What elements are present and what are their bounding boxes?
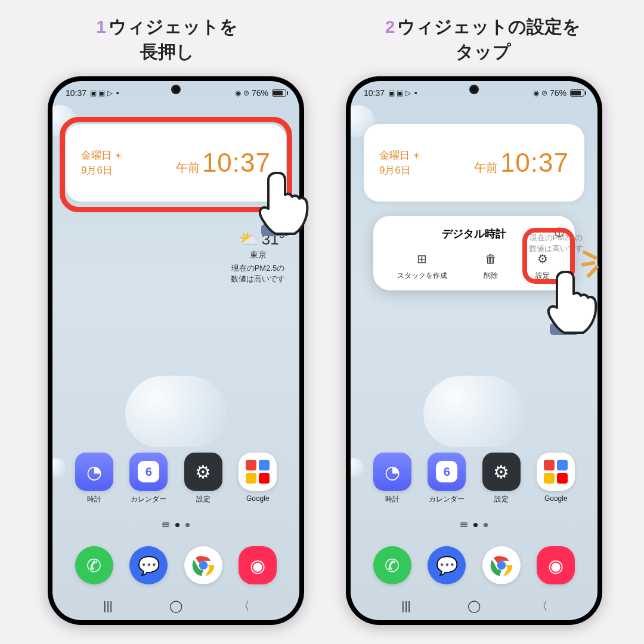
- weather-widget[interactable]: ⛅ 31° 東京 現在のPM2.5の 数値は高いです: [231, 230, 285, 284]
- phone-frame-1: 10:37 ▣ ▣ ▷• ◉ ⊘ 76% 金曜日 ☀ 9月6日 午前 10:37: [48, 76, 304, 625]
- chat-icon: 💬: [428, 546, 466, 584]
- sun-icon: ☀: [114, 151, 122, 160]
- camera-app[interactable]: ◉: [239, 546, 277, 584]
- dock: ✆ 💬 ◉: [351, 546, 597, 584]
- app-row: ◔ 時計 6 カレンダー ⚙ 設定: [351, 453, 597, 504]
- clock-icon: ◔: [75, 453, 113, 491]
- chrome-icon: [482, 546, 521, 584]
- popup-delete[interactable]: 🗑 削除: [482, 250, 499, 281]
- wifi-icon: ◉: [533, 89, 539, 97]
- messages-app[interactable]: 💬: [129, 546, 168, 584]
- gear-icon: ⚙: [482, 453, 521, 491]
- phone-app[interactable]: ✆: [373, 546, 411, 584]
- nav-back[interactable]: 〈: [524, 598, 560, 614]
- clock-app[interactable]: ◔ 時計: [75, 453, 113, 504]
- calendar-app[interactable]: 6 カレンダー: [428, 453, 466, 504]
- battery-icon: [570, 89, 584, 97]
- battery-pct: 76%: [252, 88, 268, 98]
- chrome-app[interactable]: [184, 546, 222, 584]
- settings-app[interactable]: ⚙ 設定: [482, 453, 521, 504]
- no-signal-icon: ⊘: [243, 89, 249, 97]
- nav-bar: ||| ◯ 〈: [351, 592, 597, 620]
- google-folder[interactable]: Google: [239, 453, 277, 504]
- svg-line-9: [587, 267, 598, 276]
- home-screen-1[interactable]: 10:37 ▣ ▣ ▷• ◉ ⊘ 76% 金曜日 ☀ 9月6日 午前 10:37: [52, 81, 299, 620]
- sun-icon: ☀: [413, 151, 420, 160]
- step-2-title: 2ウィジェットの設定を タップ: [334, 14, 632, 64]
- battery-pct: 76%: [550, 88, 566, 98]
- page-indicator: [162, 522, 190, 527]
- messages-app[interactable]: 💬: [428, 546, 466, 584]
- folder-icon: [239, 453, 277, 491]
- home-screen-2[interactable]: 10:37 ▣ ▣ ▷• ◉ ⊘ 76% 金曜日 ☀ 9月6日 午前 10:37: [351, 81, 597, 620]
- nav-bar: ||| ◯ 〈: [52, 592, 299, 620]
- nav-recent[interactable]: |||: [388, 599, 424, 613]
- settings-app[interactable]: ⚙ 設定: [184, 453, 222, 504]
- weather-icon: ⛅: [239, 230, 258, 249]
- popup-title: デジタル時計: [442, 228, 506, 240]
- camera-hole: [171, 85, 181, 94]
- svg-point-4: [497, 561, 506, 570]
- svg-line-7: [583, 263, 594, 265]
- page-indicator: [460, 522, 488, 527]
- trash-icon: 🗑: [482, 250, 499, 267]
- clock-icon: ◔: [373, 453, 411, 491]
- weather-widget[interactable]: 現在のPM2.5の 数値は高いです: [529, 230, 583, 254]
- popup-create-stack[interactable]: ⊞ スタックを作成: [397, 250, 447, 281]
- phone-frame-2: 10:37 ▣ ▣ ▷• ◉ ⊘ 76% 金曜日 ☀ 9月6日 午前 10:37: [346, 76, 602, 625]
- dock: ✆ 💬 ◉: [52, 546, 299, 584]
- status-time: 10:37: [66, 88, 86, 98]
- battery-icon: [272, 89, 286, 97]
- chrome-app[interactable]: [482, 546, 521, 584]
- gear-icon: ⚙: [184, 453, 222, 491]
- svg-line-8: [584, 250, 595, 259]
- phone-icon: ✆: [373, 546, 411, 584]
- no-signal-icon: ⊘: [541, 89, 547, 97]
- calendar-app[interactable]: 6 カレンダー: [129, 453, 168, 504]
- phone-app[interactable]: ✆: [75, 546, 113, 584]
- google-folder[interactable]: Google: [537, 453, 575, 504]
- nav-back[interactable]: 〈: [226, 598, 262, 614]
- popup-settings[interactable]: ⚙ 設定: [534, 250, 551, 281]
- wifi-icon: ◉: [235, 89, 241, 97]
- phone-icon: ✆: [75, 546, 113, 584]
- status-time: 10:37: [364, 88, 385, 98]
- calendar-icon: 6: [428, 453, 466, 491]
- step-1-title: 1ウィジェットを 長押し: [36, 14, 298, 64]
- tap-effect-icon: [575, 242, 618, 287]
- app-row: ◔ 時計 6 カレンダー ⚙ 設定: [52, 453, 299, 504]
- nav-home[interactable]: ◯: [456, 599, 492, 613]
- camera-hole: [469, 85, 479, 94]
- clock-widget[interactable]: 金曜日 ☀ 9月6日 午前 10:37: [364, 124, 584, 202]
- camera-icon: ◉: [537, 546, 575, 584]
- nav-recent[interactable]: |||: [90, 599, 126, 613]
- chrome-icon: [184, 546, 222, 584]
- camera-icon: ◉: [239, 546, 277, 584]
- clock-app[interactable]: ◔ 時計: [373, 453, 411, 504]
- chat-icon: 💬: [129, 546, 168, 584]
- camera-app[interactable]: ◉: [537, 546, 575, 584]
- folder-icon: [537, 453, 575, 491]
- plus-box-icon: ⊞: [414, 250, 431, 267]
- calendar-icon: 6: [129, 453, 168, 491]
- nav-home[interactable]: ◯: [158, 599, 194, 613]
- clock-widget[interactable]: 金曜日 ☀ 9月6日 午前 10:37: [66, 124, 286, 202]
